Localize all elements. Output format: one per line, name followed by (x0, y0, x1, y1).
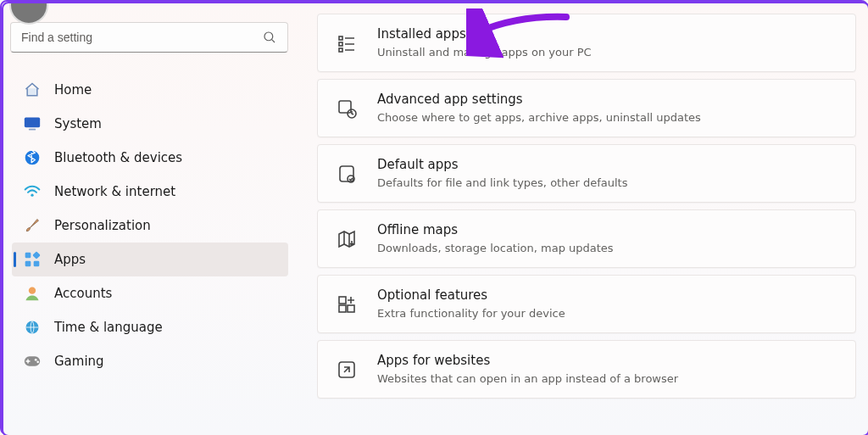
brush-icon (24, 217, 41, 234)
apps-for-websites-icon (337, 360, 357, 380)
sidebar-item-label: Apps (54, 252, 86, 267)
sidebar-item-label: Gaming (54, 354, 104, 369)
card-installed-apps[interactable]: Installed apps Uninstall and manage apps… (317, 14, 856, 72)
svg-rect-27 (339, 297, 346, 304)
card-subtitle: Defaults for file and link types, other … (377, 176, 627, 191)
wifi-icon (24, 183, 41, 200)
card-title: Apps for websites (377, 353, 678, 370)
svg-rect-9 (32, 251, 40, 259)
sidebar-item-label: System (54, 116, 102, 131)
svg-rect-5 (29, 129, 36, 131)
card-advanced-app-settings[interactable]: Advanced app settings Choose where to ge… (317, 79, 856, 137)
svg-point-12 (29, 287, 36, 294)
svg-point-16 (36, 361, 39, 364)
advanced-settings-icon (337, 98, 357, 119)
sidebar-item-label: Accounts (54, 286, 112, 301)
sidebar-item-bluetooth[interactable]: Bluetooth & devices (12, 141, 288, 175)
sidebar-item-label: Home (54, 82, 92, 98)
svg-line-3 (272, 40, 275, 42)
svg-rect-19 (339, 42, 342, 46)
card-subtitle: Downloads, storage location, map updates (377, 241, 614, 256)
card-title: Default apps (377, 157, 627, 174)
svg-rect-28 (339, 305, 346, 312)
sidebar-item-label: Personalization (54, 218, 151, 233)
home-icon (24, 81, 41, 98)
default-apps-icon (337, 164, 357, 184)
card-subtitle: Extra functionality for your device (377, 306, 565, 321)
sidebar-nav: Home System Bluetooth (10, 73, 288, 378)
svg-point-7 (31, 194, 33, 197)
card-default-apps[interactable]: Default apps Defaults for file and link … (317, 144, 856, 203)
offline-maps-icon (337, 229, 357, 249)
svg-rect-8 (25, 253, 31, 259)
bluetooth-icon (24, 149, 41, 166)
sidebar-item-label: Time & language (54, 320, 163, 335)
search-box[interactable] (10, 22, 288, 53)
sidebar-item-label: Network & internet (54, 184, 175, 199)
card-offline-maps[interactable]: Offline maps Downloads, storage location… (317, 209, 856, 268)
svg-rect-4 (25, 118, 40, 128)
sidebar-item-accounts[interactable]: Accounts (12, 276, 288, 310)
search-input[interactable] (21, 31, 262, 44)
sidebar-item-time-language[interactable]: Time & language (12, 310, 288, 344)
sidebar-item-network[interactable]: Network & internet (12, 175, 288, 209)
system-icon (24, 115, 41, 132)
svg-rect-11 (34, 261, 40, 267)
card-apps-for-websites[interactable]: Apps for websites Websites that can open… (317, 340, 856, 399)
installed-apps-icon (337, 33, 357, 53)
svg-point-2 (264, 32, 273, 41)
user-avatar[interactable] (10, 8, 288, 17)
sidebar-item-apps[interactable]: Apps (12, 243, 288, 276)
svg-rect-21 (339, 48, 342, 52)
gamepad-icon (24, 353, 41, 370)
card-subtitle: Choose where to get apps, archive apps, … (377, 110, 701, 125)
accounts-icon (24, 285, 41, 302)
search-icon (262, 30, 277, 45)
card-title: Advanced app settings (377, 92, 701, 109)
sidebar: Home System Bluetooth (3, 3, 298, 435)
card-title: Optional features (377, 287, 565, 304)
apps-icon (24, 251, 41, 268)
globe-clock-icon (24, 319, 41, 336)
card-subtitle: Uninstall and manage apps on your PC (377, 45, 592, 60)
card-optional-features[interactable]: Optional features Extra functionality fo… (317, 275, 856, 333)
svg-rect-10 (25, 261, 31, 267)
content-pane: Installed apps Uninstall and manage apps… (298, 3, 868, 435)
sidebar-item-gaming[interactable]: Gaming (12, 344, 288, 378)
sidebar-item-home[interactable]: Home (12, 73, 288, 107)
card-title: Offline maps (377, 222, 614, 239)
svg-rect-29 (348, 305, 354, 312)
sidebar-item-label: Bluetooth & devices (54, 150, 182, 165)
optional-features-icon (337, 294, 357, 315)
card-subtitle: Websites that can open in an app instead… (377, 371, 678, 387)
svg-point-15 (35, 359, 37, 361)
svg-point-0 (10, 2, 47, 24)
sidebar-item-system[interactable]: System (12, 107, 288, 141)
card-title: Installed apps (377, 26, 592, 43)
sidebar-item-personalization[interactable]: Personalization (12, 209, 288, 243)
svg-rect-17 (339, 36, 342, 40)
